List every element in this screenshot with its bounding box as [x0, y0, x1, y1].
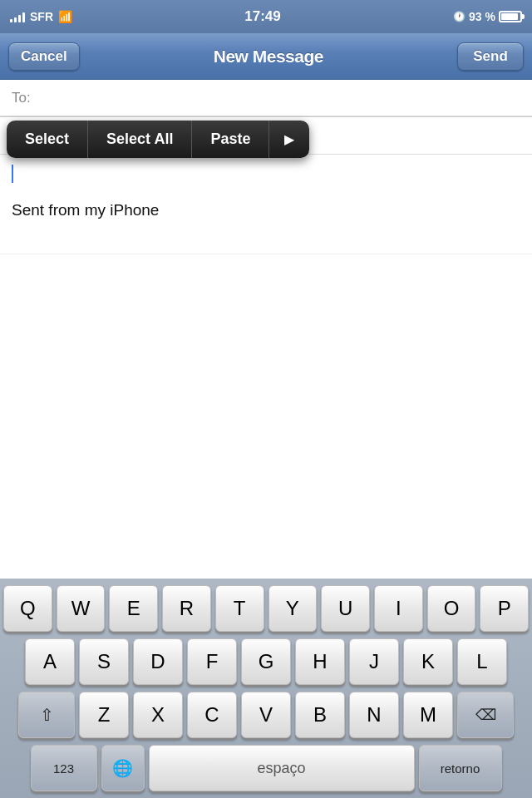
- status-time: 17:49: [244, 8, 280, 25]
- space-button[interactable]: espaço: [149, 745, 415, 791]
- key-n[interactable]: N: [349, 692, 399, 738]
- status-bar: SFR 📶 17:49 🕐 93 %: [0, 0, 532, 33]
- key-k[interactable]: K: [403, 638, 453, 685]
- tooltip-more-button[interactable]: ▶: [269, 121, 309, 157]
- key-j[interactable]: J: [349, 638, 399, 685]
- signal-bar-1: [10, 19, 12, 22]
- key-x[interactable]: X: [133, 692, 183, 738]
- clock-icon: 🕐: [453, 11, 466, 22]
- keyboard-row-2: A S D F G H J K L: [3, 638, 529, 685]
- key-a[interactable]: A: [25, 638, 75, 685]
- signal-bar-2: [14, 17, 17, 22]
- keyboard-row-1: Q W E R T Y U I O P: [3, 585, 529, 632]
- key-p[interactable]: P: [480, 585, 529, 632]
- select-button[interactable]: Select: [7, 121, 88, 158]
- key-v[interactable]: V: [241, 692, 291, 738]
- status-right: 🕐 93 %: [453, 10, 522, 23]
- keyboard-row-4: 123 🌐 espaço retorno: [3, 745, 529, 791]
- cancel-button[interactable]: Cancel: [8, 42, 80, 71]
- body-area[interactable]: Sent from my iPhone: [0, 155, 532, 254]
- key-i[interactable]: I: [374, 585, 423, 632]
- signal-bars: [10, 11, 25, 22]
- key-e[interactable]: E: [109, 585, 158, 632]
- key-w[interactable]: W: [57, 585, 106, 632]
- numbers-button[interactable]: 123: [31, 745, 97, 791]
- keyboard-row-3: ⇧ Z X C V B N M ⌫: [3, 692, 529, 738]
- key-b[interactable]: B: [295, 692, 345, 738]
- text-cursor: [12, 165, 520, 185]
- signal-bar-3: [18, 15, 21, 22]
- key-q[interactable]: Q: [3, 585, 52, 632]
- nav-bar: Cancel New Message Send: [0, 33, 532, 80]
- wifi-icon: 📶: [58, 10, 72, 23]
- key-t[interactable]: T: [215, 585, 264, 632]
- key-u[interactable]: U: [321, 585, 370, 632]
- key-o[interactable]: O: [427, 585, 476, 632]
- email-header: To:: [0, 80, 532, 117]
- signature-text: Sent from my iPhone: [12, 200, 520, 222]
- return-button[interactable]: retorno: [419, 745, 502, 791]
- key-g[interactable]: G: [241, 638, 291, 685]
- paste-button[interactable]: Paste: [192, 121, 269, 158]
- send-button[interactable]: Send: [457, 42, 524, 71]
- page-title: New Message: [214, 47, 323, 66]
- battery-icon: [499, 11, 522, 22]
- battery-fill: [501, 13, 518, 20]
- signal-bar-4: [22, 12, 25, 22]
- shift-button[interactable]: ⇧: [18, 692, 75, 738]
- key-h[interactable]: H: [295, 638, 345, 685]
- cursor: [12, 165, 13, 183]
- battery-percent: 93 %: [469, 10, 495, 23]
- key-y[interactable]: Y: [268, 585, 318, 632]
- key-r[interactable]: R: [162, 585, 211, 632]
- key-z[interactable]: Z: [79, 692, 129, 738]
- context-menu: Select Select All Paste ▶: [7, 121, 309, 158]
- key-s[interactable]: S: [79, 638, 129, 685]
- select-all-button[interactable]: Select All: [88, 121, 192, 158]
- key-m[interactable]: M: [403, 692, 453, 738]
- backspace-button[interactable]: ⌫: [457, 692, 514, 738]
- tooltip-container: Select Select All Paste ▶: [7, 121, 309, 158]
- key-l[interactable]: L: [457, 638, 507, 685]
- keyboard: Q W E R T Y U I O P A S D F G H J K L ⇧ …: [0, 579, 532, 798]
- key-c[interactable]: C: [187, 692, 237, 738]
- globe-button[interactable]: 🌐: [101, 745, 145, 791]
- status-left: SFR 📶: [10, 10, 72, 23]
- carrier-label: SFR: [30, 10, 53, 23]
- to-label: To:: [12, 90, 31, 106]
- key-f[interactable]: F: [187, 638, 237, 685]
- ccbcc-row[interactable]: Cc/Bcc, From: eduardo@macmagazine.... Se…: [0, 117, 532, 155]
- key-d[interactable]: D: [133, 638, 183, 685]
- to-row[interactable]: To:: [0, 80, 532, 116]
